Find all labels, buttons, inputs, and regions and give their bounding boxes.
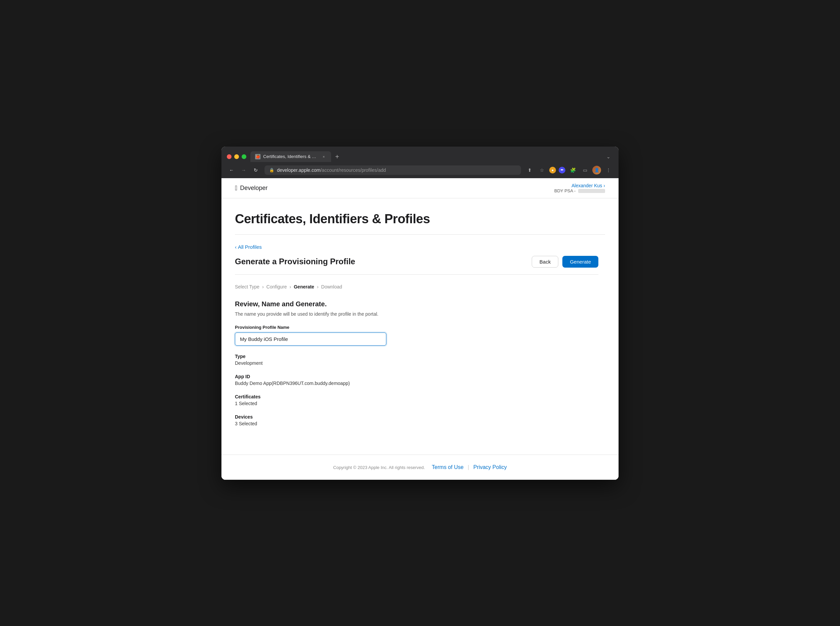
- minimize-button[interactable]: [234, 154, 239, 159]
- steps-bar: Select Type › Configure › Generate › Dow…: [235, 284, 598, 290]
- step-generate: Generate: [294, 284, 314, 290]
- close-button[interactable]: [227, 154, 232, 159]
- section-title: Generate a Provisioning Profile: [235, 257, 355, 266]
- form-section-title: Review, Name and Generate.: [235, 300, 598, 308]
- app-id-label: App ID: [235, 374, 598, 379]
- refresh-button[interactable]: ↻: [251, 166, 261, 175]
- extension-icon-pencil[interactable]: ✏: [559, 167, 565, 174]
- certificates-field: Certificates 1 Selected: [235, 394, 598, 406]
- share-button[interactable]: ⬆: [525, 166, 534, 175]
- new-tab-button[interactable]: +: [333, 152, 342, 162]
- divider: [235, 274, 598, 275]
- step-configure: Configure: [267, 284, 287, 290]
- app-id-field: App ID Buddy Demo App(RDBPN396UT.com.bud…: [235, 374, 598, 386]
- page-title: Certificates, Identifiers & Profiles: [235, 212, 605, 226]
- breadcrumb-link[interactable]: ‹ All Profiles: [235, 244, 262, 250]
- header-right: Alexander Kus › BDY PSA -: [554, 183, 605, 193]
- navigation-buttons: ← → ↻: [227, 166, 261, 175]
- tab-favicon: 🍎: [255, 154, 261, 160]
- url-domain: developer.apple.com: [277, 167, 320, 173]
- url-text: developer.apple.com/account/resources/pr…: [277, 167, 386, 173]
- sidebar-button[interactable]: ▭: [580, 166, 590, 175]
- user-team: BDY PSA -: [554, 188, 605, 193]
- step-arrow-2: ›: [289, 284, 291, 290]
- apple-logo-icon: : [235, 184, 237, 192]
- step-download: Download: [321, 284, 342, 290]
- url-path: /account/resources/profiles/add: [320, 167, 386, 173]
- user-name[interactable]: Alexander Kus ›: [554, 183, 605, 188]
- button-group: Back Generate: [532, 256, 598, 268]
- url-bar[interactable]: 🔒 developer.apple.com/account/resources/…: [265, 166, 521, 175]
- form-description: The name you provide will be used to ide…: [235, 311, 598, 317]
- active-tab[interactable]: 🍎 Certificates, Identifiers & Profi ×: [250, 151, 331, 162]
- page-footer: Copyright © 2023 Apple Inc. All rights r…: [221, 455, 619, 480]
- copyright-text: Copyright © 2023 Apple Inc. All rights r…: [333, 465, 425, 470]
- back-button[interactable]: ←: [227, 166, 236, 175]
- content-section: ‹ All Profiles Generate a Provisioning P…: [235, 244, 598, 426]
- developer-label: Developer: [240, 185, 267, 192]
- toolbar-right: ⬆ ☆ ● ✏ 🧩 ▭ 👤 ⋮: [525, 166, 613, 175]
- footer-divider: |: [468, 464, 469, 470]
- devices-value: 3 Selected: [235, 421, 598, 426]
- extensions-button[interactable]: 🧩: [568, 166, 578, 175]
- privacy-policy-link[interactable]: Privacy Policy: [473, 464, 507, 470]
- profile-name-label: Provisioning Profile Name: [235, 325, 598, 330]
- apple-logo-area:  Developer: [235, 184, 267, 192]
- apple-developer-header:  Developer Alexander Kus › BDY PSA -: [221, 178, 619, 198]
- menu-button[interactable]: ⋮: [604, 166, 613, 175]
- page-content:  Developer Alexander Kus › BDY PSA - Ce…: [221, 178, 619, 480]
- browser-window: 🍎 Certificates, Identifiers & Profi × + …: [221, 147, 619, 480]
- type-label: Type: [235, 354, 598, 359]
- extension-icon-orange[interactable]: ●: [549, 167, 556, 174]
- profile-name-input[interactable]: [235, 332, 386, 346]
- step-arrow-3: ›: [317, 284, 319, 290]
- step-select-type: Select Type: [235, 284, 259, 290]
- generate-button[interactable]: Generate: [562, 256, 598, 268]
- certificates-label: Certificates: [235, 394, 598, 399]
- type-value: Development: [235, 360, 598, 366]
- back-button[interactable]: Back: [532, 256, 558, 268]
- type-field: Type Development: [235, 354, 598, 366]
- user-avatar[interactable]: 👤: [592, 166, 601, 174]
- bookmark-button[interactable]: ☆: [537, 166, 546, 175]
- address-bar: ← → ↻ 🔒 developer.apple.com/account/reso…: [221, 162, 619, 178]
- breadcrumb-arrow: ‹: [235, 244, 237, 250]
- lock-icon: 🔒: [269, 168, 274, 172]
- tab-close-button[interactable]: ×: [321, 154, 327, 160]
- tab-bar: 🍎 Certificates, Identifiers & Profi × +: [250, 151, 600, 162]
- browser-chrome: 🍎 Certificates, Identifiers & Profi × + …: [221, 147, 619, 178]
- page-title-section: Certificates, Identifiers & Profiles: [235, 212, 605, 235]
- section-header: Generate a Provisioning Profile Back Gen…: [235, 256, 598, 268]
- devices-field: Devices 3 Selected: [235, 414, 598, 426]
- traffic-lights: [227, 154, 247, 159]
- terms-of-use-link[interactable]: Terms of Use: [432, 464, 463, 470]
- tab-dropdown-button[interactable]: ⌄: [604, 153, 613, 161]
- devices-label: Devices: [235, 414, 598, 419]
- maximize-button[interactable]: [242, 154, 247, 159]
- main-content: Certificates, Identifiers & Profiles ‹ A…: [221, 198, 619, 455]
- certificates-value: 1 Selected: [235, 401, 598, 406]
- breadcrumb-label: All Profiles: [238, 244, 262, 250]
- app-id-value: Buddy Demo App(RDBPN396UT.com.buddy.demo…: [235, 380, 598, 386]
- profile-name-field: Provisioning Profile Name: [235, 325, 598, 346]
- tab-title: Certificates, Identifiers & Profi: [263, 154, 318, 159]
- step-arrow-1: ›: [262, 284, 264, 290]
- forward-button[interactable]: →: [239, 166, 248, 175]
